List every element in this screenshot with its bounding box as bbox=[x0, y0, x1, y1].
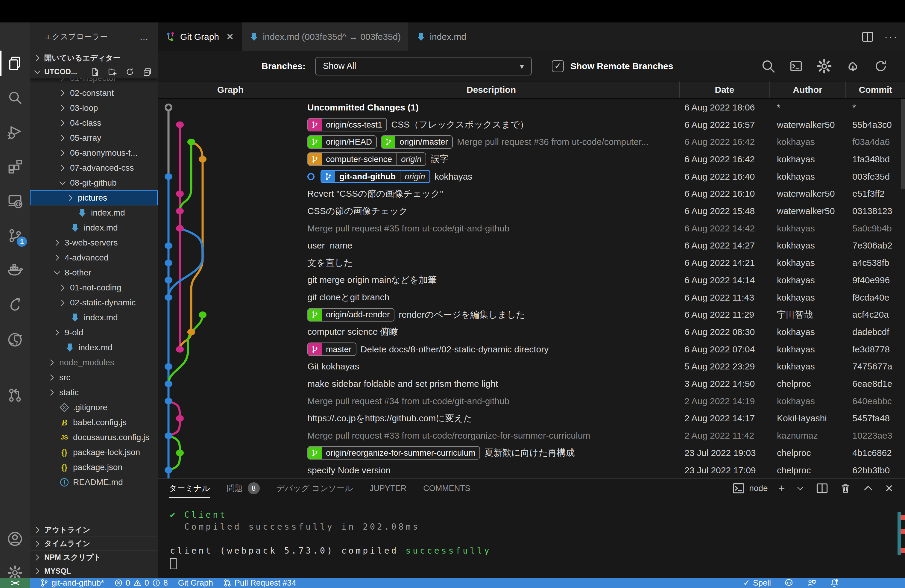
tree-item-05-array[interactable]: 05-array bbox=[30, 130, 158, 146]
refresh-explorer-icon[interactable] bbox=[125, 67, 135, 77]
new-file-icon[interactable] bbox=[90, 67, 100, 77]
column-header-description[interactable]: Description bbox=[303, 81, 680, 98]
remote-indicator[interactable]: >< bbox=[0, 578, 30, 588]
column-header-author[interactable]: Author bbox=[770, 81, 846, 98]
activity-explorer-icon[interactable] bbox=[0, 48, 30, 78]
tree-item-.gitignore[interactable]: .gitignore bbox=[30, 400, 158, 415]
tree-item-docusaurus.config.js[interactable]: JSdocusaurus.config.js bbox=[30, 430, 158, 445]
activity-github-icon[interactable] bbox=[0, 325, 30, 355]
commit-row-1fa348bd[interactable]: computer-scienceorigin誤字6 Aug 2022 16:42… bbox=[158, 151, 905, 168]
project-section-header[interactable]: UTCOD... bbox=[30, 65, 158, 78]
activity-account-icon[interactable] bbox=[0, 524, 30, 554]
activity-run-debug-icon[interactable] bbox=[0, 117, 30, 147]
commit-row-5457fa48[interactable]: https://.co.jpをhttps://github.comに変えた2 A… bbox=[158, 410, 905, 427]
tree-item-index.md[interactable]: index.md bbox=[30, 205, 158, 220]
commit-row-7475677a[interactable]: Git kokhayas5 Aug 2022 23:29kokhayas7475… bbox=[158, 358, 905, 375]
column-header-date[interactable]: Date bbox=[680, 81, 770, 98]
gear-icon[interactable] bbox=[816, 58, 832, 74]
tree-item-src[interactable]: src bbox=[30, 370, 158, 385]
activity-github-pull-requests-icon[interactable] bbox=[0, 380, 30, 410]
status-spell[interactable]: ✓Spell bbox=[743, 578, 771, 588]
branch-badge-origin/master[interactable]: origin/master bbox=[381, 135, 453, 149]
commit-row-f03a4da6[interactable]: origin/HEADorigin/masterMerge pull reque… bbox=[158, 133, 905, 151]
status-problems[interactable]: 0 0 8 bbox=[114, 578, 168, 588]
commit-row-6eae8d1e[interactable]: make sidebar foldable and set prism them… bbox=[158, 375, 905, 393]
tree-item-08-git-github[interactable]: 08-git-github bbox=[30, 175, 158, 191]
tree-item-README.md[interactable]: README.md bbox=[30, 475, 158, 490]
branch-badge-git-and-github[interactable]: git-and-githuborigin bbox=[321, 170, 430, 183]
sidebar-section-アウトライン[interactable]: アウトライン bbox=[30, 523, 158, 537]
tree-item-index.md[interactable]: index.md bbox=[30, 220, 158, 235]
branch-badge-master[interactable]: master bbox=[307, 343, 356, 356]
activity-remote-explorer-icon[interactable] bbox=[0, 186, 30, 216]
collapse-folders-icon[interactable] bbox=[143, 67, 152, 77]
sidebar-section-タイムライン[interactable]: タイムライン bbox=[30, 537, 158, 550]
tree-item-static[interactable]: static bbox=[30, 385, 158, 400]
terminal-icon[interactable] bbox=[789, 59, 803, 73]
new-terminal-icon[interactable]: + bbox=[778, 482, 785, 494]
tree-item-4-advanced[interactable]: 4-advanced bbox=[30, 250, 158, 265]
sidebar-section-MYSQL[interactable]: MYSQL bbox=[30, 564, 158, 578]
status-pull-request[interactable]: Pull Request #34 bbox=[223, 578, 296, 588]
new-folder-icon[interactable] bbox=[108, 67, 117, 77]
explorer-more-button[interactable]: … bbox=[140, 32, 149, 42]
commit-row-*[interactable]: Uncommitted Changes (1)6 Aug 2022 18:06*… bbox=[158, 99, 905, 116]
tree-item-8-other[interactable]: 8-other bbox=[30, 265, 158, 280]
kill-terminal-icon[interactable] bbox=[840, 482, 851, 494]
commit-row-fe3d8778[interactable]: masterDelete docs/8-other/02-static-dyna… bbox=[158, 341, 905, 358]
panel-tab-デバッグ コンソール[interactable]: デバッグ コンソール bbox=[276, 479, 353, 498]
show-remote-branches-checkbox[interactable]: ✓ bbox=[552, 60, 564, 72]
branch-badge-computer-science[interactable]: computer-scienceorigin bbox=[307, 153, 426, 166]
commit-row-a4c538fb[interactable]: 文を直した6 Aug 2022 14:21kokhayasa4c538fb bbox=[158, 254, 905, 272]
branch-badge-origin/reorganize-for-summer-curriculum[interactable]: origin/reorganize-for-summer-curriculum bbox=[307, 446, 480, 459]
branch-badge-origin/css-test1[interactable]: origin/css-test1 bbox=[307, 118, 387, 132]
branch-badge-origin/add-render[interactable]: origin/add-render bbox=[307, 308, 394, 321]
tree-item-04-class[interactable]: 04-class bbox=[30, 116, 158, 130]
commit-row-e51f3ff2[interactable]: Revert "CSSの節の画像チェック"6 Aug 2022 16:10wat… bbox=[158, 185, 905, 203]
tree-item-07-advanced-css[interactable]: 07-advanced-css bbox=[30, 161, 158, 175]
activity-search-icon[interactable] bbox=[0, 83, 30, 113]
commit-row-dadebcdf[interactable]: computer science 俯瞰6 Aug 2022 08:30kokha… bbox=[158, 323, 905, 341]
tree-item-index.md[interactable]: index.md bbox=[30, 340, 158, 355]
column-header-graph[interactable]: Graph bbox=[158, 81, 303, 98]
tree-item-babel.config.js[interactable]: Bbabel.config.js bbox=[30, 415, 158, 430]
commit-row-03138123[interactable]: CSSの節の画像チェック6 Aug 2022 15:48waterwalker5… bbox=[158, 202, 905, 220]
activity-gitlens-icon[interactable] bbox=[0, 289, 30, 319]
commit-row-f8cda40e[interactable]: git cloneとgit branch6 Aug 2022 11:43kokh… bbox=[158, 289, 905, 306]
split-editor-icon[interactable] bbox=[861, 30, 874, 43]
tree-item-02-constant[interactable]: 02-constant bbox=[30, 86, 158, 100]
panel-tab-ターミナル[interactable]: ターミナル bbox=[169, 479, 210, 498]
tree-item-06-anonymous-f...[interactable]: 06-anonymous-f... bbox=[30, 146, 158, 161]
open-editors-section[interactable]: 開いているエディター bbox=[30, 51, 158, 65]
activity-source-control-icon[interactable]: 1 bbox=[0, 220, 30, 250]
panel-tab-問題[interactable]: 問題8 bbox=[227, 479, 260, 498]
commit-row-62bb3fb0[interactable]: specify Node version23 Jul 2022 17:09che… bbox=[158, 462, 905, 478]
refresh-icon[interactable] bbox=[873, 59, 888, 73]
close-tab-icon[interactable]: ✕ bbox=[226, 32, 234, 42]
tab-index.md[interactable]: index.md bbox=[409, 22, 474, 51]
commit-row-640eabbc[interactable]: Merge pull request #34 from ut-code/git-… bbox=[158, 393, 905, 410]
tree-item-node_modules[interactable]: node_modules bbox=[30, 355, 158, 370]
status-git-graph[interactable]: Git Graph bbox=[178, 578, 213, 588]
tree-item-index.md[interactable]: index.md bbox=[30, 310, 158, 325]
tree-item-03-loop[interactable]: 03-loop bbox=[30, 100, 158, 116]
close-panel-icon[interactable]: ✕ bbox=[885, 482, 894, 494]
column-header-commit[interactable]: Commit bbox=[846, 81, 905, 98]
cloud-download-icon[interactable] bbox=[845, 59, 861, 74]
activity-docker-icon[interactable] bbox=[0, 255, 30, 285]
bell-icon[interactable] bbox=[830, 578, 839, 588]
search-icon[interactable] bbox=[761, 58, 776, 74]
tree-item-01-not-coding[interactable]: 01-not-coding bbox=[30, 280, 158, 295]
panel-tab-JUPYTER[interactable]: JUPYTER bbox=[370, 479, 406, 498]
tree-item-3-web-servers[interactable]: 3-web-servers bbox=[30, 235, 158, 250]
tab-git[interactable]: Git Graph✕ bbox=[158, 22, 242, 51]
commit-row-4b1c6862[interactable]: origin/reorganize-for-summer-curriculum夏… bbox=[158, 444, 905, 462]
commit-row-10223ae3[interactable]: Merge pull request #33 from ut-code/reor… bbox=[158, 427, 905, 444]
commit-row-9f40e996[interactable]: git merge origin mainなどを加筆6 Aug 2022 14:… bbox=[158, 272, 905, 289]
commit-row-acf4c20a[interactable]: origin/add-renderrenderのページを編集しました6 Aug … bbox=[158, 306, 905, 323]
status-branch[interactable]: git-and-github* bbox=[40, 578, 104, 588]
commit-row-003fe35d[interactable]: git-and-githuboriginkokhayas6 Aug 2022 1… bbox=[158, 168, 905, 185]
branch-badge-origin/HEAD[interactable]: origin/HEAD bbox=[307, 135, 377, 149]
feedback-icon[interactable] bbox=[807, 578, 816, 588]
terminal-shell-item[interactable]: node bbox=[732, 482, 768, 495]
